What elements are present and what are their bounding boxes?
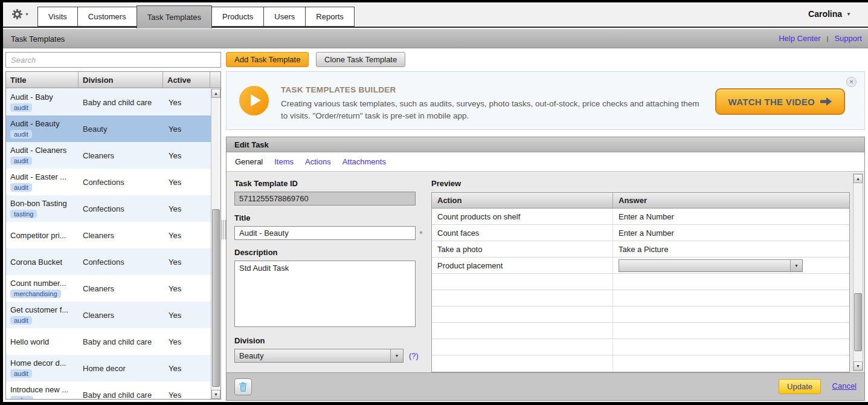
answer-cell <box>613 290 849 306</box>
description-field[interactable]: Std Audit Task <box>234 261 416 327</box>
tab-items[interactable]: Items <box>274 157 294 166</box>
active-cell: Yes <box>163 355 211 381</box>
division-cell: Baby and child care <box>79 328 163 355</box>
template-title-cell: Audit - Cleanersaudit <box>6 142 79 169</box>
active-cell: Yes <box>163 381 211 399</box>
answer-cell <box>613 274 849 290</box>
table-row[interactable]: Corona BucketConfectionsYes <box>6 248 211 275</box>
preview-row <box>432 290 849 306</box>
tab-attachments[interactable]: Attachments <box>342 157 386 166</box>
table-row[interactable]: Home decor d...auditHome decorYes <box>6 355 211 381</box>
template-title-cell: Home decor d...audit <box>6 355 79 381</box>
user-menu[interactable]: Carolina ▼ <box>808 9 851 19</box>
template-title: Introduce new ... <box>10 385 79 394</box>
action-cell <box>432 306 613 322</box>
table-row[interactable]: Audit - CleanersauditCleanersYes <box>6 142 211 169</box>
title-field[interactable] <box>234 226 416 240</box>
page-title: Task Templates <box>11 34 65 44</box>
tab-actions[interactable]: Actions <box>305 157 331 166</box>
cancel-link[interactable]: Cancel <box>832 381 857 390</box>
tag-badge: audit <box>10 103 32 112</box>
form-scrollbar[interactable]: ▲ ▼ <box>853 173 863 371</box>
update-button[interactable]: Update <box>779 379 821 394</box>
search-input[interactable] <box>5 52 221 68</box>
gear-icon <box>11 8 23 20</box>
tab-reports[interactable]: Reports <box>305 7 355 27</box>
active-cell: Yes <box>163 222 211 248</box>
scroll-up-icon[interactable]: ▲ <box>211 89 220 98</box>
template-title-cell: Hello world <box>6 328 79 355</box>
division-select[interactable]: Beauty ▼ <box>234 349 403 363</box>
support-link[interactable]: Support <box>834 34 862 43</box>
tab-general[interactable]: General <box>235 157 263 166</box>
table-row[interactable]: Introduce new ...salesBaby and child car… <box>6 381 211 399</box>
description-label: Description <box>234 248 426 257</box>
column-header-active[interactable]: Active <box>163 72 210 88</box>
play-video-icon[interactable] <box>239 86 269 115</box>
help-links: Help Center | Support <box>779 34 862 43</box>
banner-title: TASK TEMPLATES BUILDER <box>281 85 396 94</box>
table-row[interactable]: Competitor pri...CleanersYes <box>6 222 211 248</box>
table-row[interactable]: Audit - Easter ...auditConfectionsYes <box>6 169 211 195</box>
required-mark: * <box>419 228 423 239</box>
tab-users[interactable]: Users <box>263 7 306 27</box>
breadcrumb-bar: Task Templates Help Center | Support <box>3 29 868 48</box>
column-header-title[interactable]: Title <box>6 72 79 88</box>
column-header-spacer <box>210 72 220 88</box>
scrollbar-thumb[interactable] <box>854 293 862 351</box>
column-header-division[interactable]: Division <box>79 72 163 88</box>
chevron-down-icon[interactable]: ▼ <box>790 260 802 271</box>
division-cell: Beauty <box>79 115 163 142</box>
answer-select[interactable]: ▼ <box>619 259 803 272</box>
division-cell: Cleaners <box>79 302 163 328</box>
chevron-down-icon: ▼ <box>25 12 29 16</box>
banner-description: Creating various task templates, such as… <box>281 98 707 122</box>
answer-cell <box>613 355 849 372</box>
answer-cell <box>613 339 849 355</box>
template-title: Audit - Easter ... <box>10 172 79 181</box>
help-center-link[interactable]: Help Center <box>779 34 820 43</box>
scroll-down-icon[interactable]: ▼ <box>854 361 863 371</box>
list-scrollbar[interactable]: ▲ ▼ <box>211 89 220 399</box>
division-cell: Home decor <box>79 355 163 381</box>
table-row[interactable]: Hello worldBaby and child careYes <box>6 328 211 355</box>
table-row[interactable]: Audit - BabyauditBaby and child careYes <box>6 89 211 115</box>
settings-menu-button[interactable]: ▼ <box>11 8 29 20</box>
tab-products[interactable]: Products <box>211 7 264 27</box>
template-title: Audit - Beauty <box>10 119 79 128</box>
answer-cell: Enter a Number <box>613 209 849 224</box>
division-cell: Cleaners <box>79 142 163 169</box>
scroll-down-icon[interactable]: ▼ <box>211 390 220 399</box>
close-icon[interactable]: × <box>846 77 857 87</box>
table-row[interactable]: Count number...merchandisingCleanersYes <box>6 275 211 302</box>
template-title: Corona Bucket <box>10 258 79 267</box>
tag-badge: audit <box>10 316 32 325</box>
clone-task-template-button[interactable]: Clone Task Template <box>316 52 405 67</box>
division-cell: Cleaners <box>79 275 163 302</box>
active-cell: Yes <box>163 89 211 115</box>
scrollbar-thumb[interactable] <box>212 209 220 387</box>
table-row[interactable]: Get customer f...auditCleanersYes <box>6 302 211 328</box>
delete-button[interactable] <box>234 378 252 395</box>
division-label: Division <box>234 336 426 345</box>
tab-visits[interactable]: Visits <box>37 7 78 27</box>
tab-task-templates[interactable]: Task Templates <box>137 5 212 28</box>
add-task-template-button[interactable]: Add Task Template <box>226 52 309 67</box>
template-title-cell: Get customer f...audit <box>6 302 79 328</box>
template-title-cell: Introduce new ...sales <box>6 381 79 399</box>
table-row[interactable]: Bon-bon TastingtastingConfectionsYes <box>6 195 211 222</box>
template-title: Bon-bon Tasting <box>10 199 79 208</box>
chevron-down-icon[interactable]: ▼ <box>390 349 403 362</box>
table-row[interactable]: Audit - BeautyauditBeautyYes <box>6 115 211 142</box>
list-header: Title Division Active <box>6 72 220 88</box>
division-help-link[interactable]: (?) <box>409 351 419 360</box>
task-template-list: Title Division Active Audit - BabyauditB… <box>5 71 221 400</box>
preview-row <box>432 306 849 323</box>
action-cell <box>432 274 613 290</box>
watch-video-button[interactable]: WATCH THE VIDEO <box>715 88 845 115</box>
template-title: Audit - Baby <box>10 92 79 102</box>
scroll-up-icon[interactable]: ▲ <box>854 174 863 183</box>
template-title: Count number... <box>10 279 79 288</box>
tab-customers[interactable]: Customers <box>77 7 137 27</box>
preview-table: Action Answer Count products on shelfEnt… <box>431 192 850 372</box>
